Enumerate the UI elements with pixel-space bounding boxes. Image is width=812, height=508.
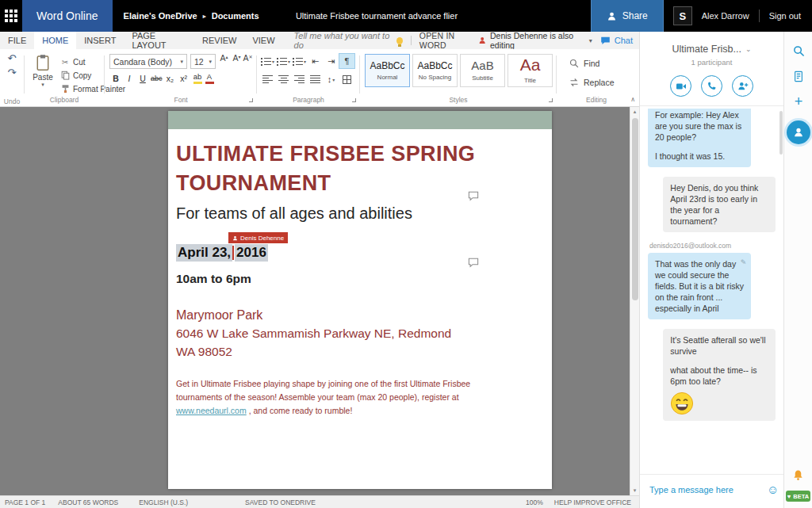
breadcrumb-onedrive[interactable]: Elaine's OneDrive [124,11,197,21]
rail-add-button[interactable]: + [784,89,812,114]
decrease-indent-button[interactable]: ⇤ [308,54,323,68]
tab-insert[interactable]: INSERT [76,32,124,49]
tell-me-box[interactable]: Tell me what you want to do [294,32,403,49]
share-button[interactable]: Share [591,0,664,32]
font-size-combobox[interactable]: 12 ▾ [190,54,216,69]
emoji-picker-icon[interactable]: ☺ [767,483,779,495]
paragraph-dialog-launcher[interactable] [352,98,356,102]
status-zoom-level[interactable]: 100% [526,498,543,506]
borders-button[interactable] [339,72,354,86]
scroll-down-icon[interactable]: ▾ [630,486,639,495]
app-launcher-button[interactable] [0,0,22,32]
word-online-logo[interactable]: Word Online [22,0,113,32]
clear-formatting-icon: A [243,53,248,63]
style-no-spacing-name: No Spacing [413,74,457,81]
rail-people-button-active[interactable] [787,120,810,144]
tab-view[interactable]: VIEW [244,32,282,49]
font-color-icon: A [207,73,212,81]
scrollbar-thumb[interactable] [632,118,638,300]
comment-icon[interactable] [468,257,479,271]
coauthor-flag[interactable]: Denis Dehenne [228,232,288,243]
style-normal-name: Normal [366,74,409,81]
style-title-preview: Aa [508,55,552,74]
tab-page-layout[interactable]: PAGE LAYOUT [124,32,194,49]
venue-name: Marymoor Park [176,306,544,324]
bullets-button[interactable]: ▾ [260,54,275,68]
style-subtitle[interactable]: AaB Subtitle [460,54,505,87]
find-button[interactable]: Find [569,59,599,68]
underline-button[interactable]: U [136,71,149,86]
grow-font-button[interactable]: A ▴ [217,53,231,67]
paragraph-row2: ↕▾ [260,72,354,86]
status-help-link[interactable]: HELP IMPROVE OFFICE [554,498,631,506]
paragraph-marks-button[interactable]: ¶ [339,54,354,68]
sign-out-link[interactable]: Sign out [769,11,801,21]
skype-button[interactable]: S [673,6,692,25]
increase-indent-button[interactable]: ⇥ [324,54,339,68]
tab-review[interactable]: REVIEW [194,32,244,49]
registration-link[interactable]: www.needaurl.com [176,406,247,415]
align-right-button[interactable] [292,72,307,86]
style-no-spacing[interactable]: AaBbCc No Spacing [412,54,458,87]
font-family-combobox[interactable]: Candara (Body) ▾ [109,54,187,69]
bullets-icon [261,57,271,66]
clear-formatting-button[interactable]: A ✕ [241,53,255,67]
chat-message-text: I thought it was 15. [655,151,744,162]
style-title[interactable]: Aa Title [508,54,553,87]
edit-message-icon[interactable]: ✎ [741,257,747,268]
notifications-bell-button[interactable] [784,469,812,481]
rail-search-button[interactable] [784,38,812,63]
add-participant-button[interactable] [732,75,753,97]
beta-badge[interactable]: ♥ BETA [786,491,810,502]
multilevel-list-button[interactable]: ▾ [292,54,307,68]
tab-file[interactable]: FILE [0,32,34,49]
venue-address-line1: 6046 W Lake Sammamish Parkway NE, Redmon… [176,324,544,342]
align-left-button[interactable] [260,72,275,86]
voice-call-button[interactable] [701,75,722,97]
status-page-count[interactable]: PAGE 1 OF 1 [5,498,45,506]
font-dialog-launcher[interactable] [249,98,253,102]
scroll-up-icon[interactable]: ▴ [630,107,639,116]
paste-button[interactable]: Paste ▾ [29,54,57,88]
comment-icon[interactable] [468,190,479,204]
undo-button[interactable]: ↶ [0,51,24,65]
superscript-button[interactable]: x² [178,71,190,86]
chat-message-input[interactable] [649,485,762,495]
chat-toggle-button[interactable]: Chat [600,36,633,46]
styles-dialog-launcher[interactable] [549,98,553,102]
status-language[interactable]: ENGLISH (U.S.) [139,498,188,506]
flier-venue: Marymoor Park 6046 W Lake Sammamish Park… [176,306,544,361]
highlight-color-button[interactable]: ab [193,73,202,84]
page-content: ULTIMATE FRISBEE SPRING TOURNAMENT For t… [168,139,552,418]
open-in-word-button[interactable]: OPEN IN WORD [419,32,478,49]
line-spacing-button[interactable]: ↕▾ [324,72,339,86]
video-call-button[interactable] [670,75,691,97]
chat-message: It's Seattle afterall so we'll survive w… [663,329,776,421]
bold-button[interactable]: B [109,71,122,86]
status-word-count[interactable]: ABOUT 65 WORDS [58,498,118,506]
align-center-button[interactable] [276,72,291,86]
chat-conversation-selector[interactable]: Ultimate Frisb... ⌄ [672,44,751,55]
group-divider [359,55,360,94]
tab-home[interactable]: HOME [34,32,76,49]
chat-scrollbar-thumb[interactable] [779,111,783,155]
document-scrollbar[interactable]: ▴ ▾ [630,107,639,495]
italic-button[interactable]: I [123,71,136,86]
justify-button[interactable] [308,72,323,86]
share-label: Share [622,10,648,21]
document-page[interactable]: ULTIMATE FRISBEE SPRING TOURNAMENT For t… [168,111,552,489]
replace-button[interactable]: Replace [569,78,615,87]
rail-contacts-button[interactable] [784,63,812,89]
chat-message: ✎ That was the only day we could secure … [648,253,751,319]
redo-button[interactable]: ↷ [0,65,24,79]
subscript-button[interactable]: x₂ [164,71,177,86]
collapse-ribbon-button[interactable]: ∧ [630,96,635,103]
user-name[interactable]: Alex Darrow [702,11,749,21]
font-color-button[interactable]: A [205,73,214,84]
coauthor-notice[interactable]: Denis Dehenne is also editing ▾ [478,31,592,50]
strikethrough-button[interactable]: abc [150,71,163,86]
flier-date-rest: 2016 [235,244,268,262]
numbering-button[interactable]: ▾ [276,54,291,68]
style-normal[interactable]: AaBbCc Normal [365,54,410,87]
chat-call-buttons [640,75,783,106]
